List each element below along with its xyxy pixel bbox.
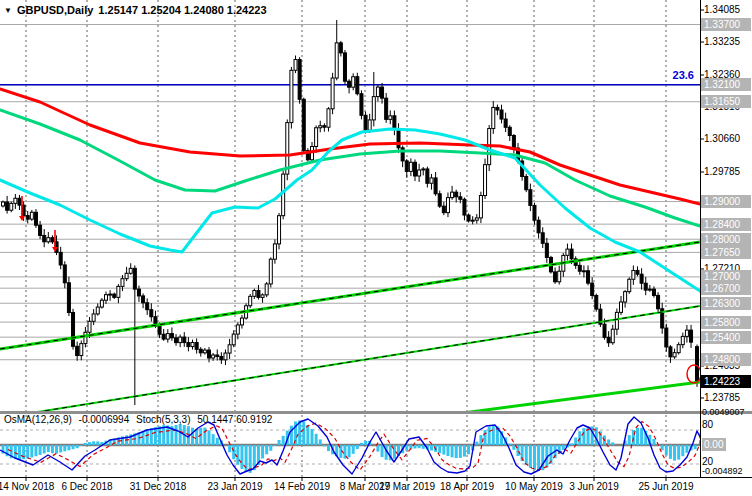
stoch-values: 50.1447 60.9192 bbox=[197, 414, 272, 425]
symbol-period-label: GBPUSD,Daily bbox=[17, 4, 93, 16]
fibonacci-236-label: 23.6 bbox=[673, 69, 694, 81]
osma-name: OsMA(12,26,9) bbox=[4, 414, 72, 425]
osma-value: -0.0006994 bbox=[79, 414, 130, 425]
stoch-name: Stoch(5,3,3) bbox=[136, 414, 190, 425]
chart-title: ▼ GBPUSD,Daily 1.25147 1.25204 1.24080 1… bbox=[4, 4, 267, 16]
indicator-label-bar: OsMA(12,26,9) -0.0006994 Stoch(5,3,3) 50… bbox=[4, 414, 276, 425]
symbol-dropdown-icon[interactable]: ▼ bbox=[4, 5, 12, 16]
chart-window: ▼ GBPUSD,Daily 1.25147 1.25204 1.24080 1… bbox=[0, 0, 752, 496]
ohlc-values: 1.25147 1.25204 1.24080 1.24223 bbox=[98, 4, 266, 16]
